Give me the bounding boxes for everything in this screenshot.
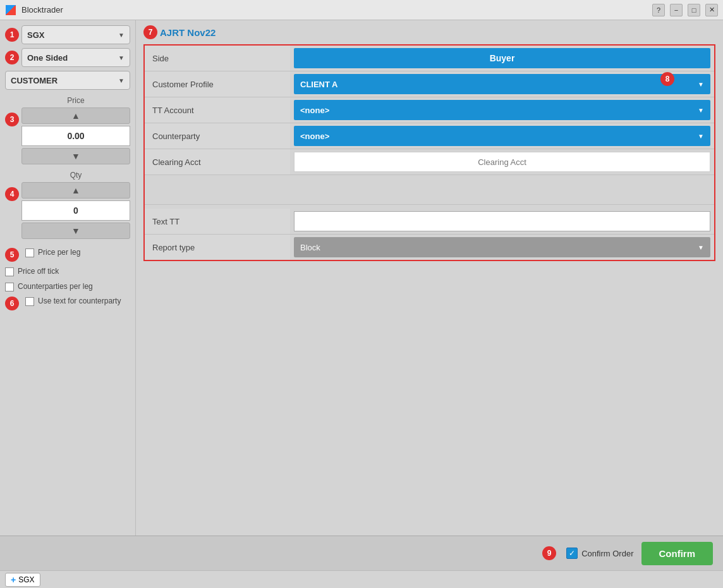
price-off-tick-row: Price off tick [5,267,130,277]
customer-profile-arrow: ▼ [698,81,704,88]
report-type-dropdown[interactable]: Block ▼ [294,237,710,257]
left-sidebar: 1 SGX ▼ 2 One Sided ▼ CUSTOMER ▼ 3 Price… [0,20,136,536]
customer-profile-text: CLIENT A [300,80,337,89]
exchange-arrow: ▼ [118,32,125,39]
clearing-acct-label: Clearing Acct [145,149,290,175]
qty-label: Qty [70,171,82,180]
counterparty-arrow: ▼ [698,133,704,140]
side-value: Buyer [290,46,714,71]
price-label: Price [67,96,84,105]
price-section: Price ▲ ▼ [21,96,130,164]
account-type-arrow: ▼ [118,77,125,84]
customer-profile-value: CLIENT A ▼ 8 [290,71,714,97]
counterparty-row: Counterparty <none> ▼ [145,123,714,149]
price-off-tick-checkbox[interactable] [5,267,14,276]
tt-account-dropdown[interactable]: <none> ▼ [294,100,710,120]
app-logo [5,4,16,16]
annotation-5: 5 [5,248,19,262]
counterparty-text: <none> [300,132,329,141]
confirm-order-label: Confirm Order [581,549,633,558]
text-tt-value [290,209,714,234]
minimize-button[interactable]: − [670,4,683,16]
tt-account-text: <none> [300,106,329,115]
clearing-acct-row: Clearing Acct [145,149,714,175]
side-label: Side [145,46,290,71]
clearing-acct-input[interactable] [294,152,710,172]
annotation-1: 1 [5,28,19,42]
price-per-leg-row: 5 Price per leg [5,248,130,262]
exchange-value: SGX [27,30,44,40]
annotation-2: 2 [5,51,19,64]
tab-label[interactable]: AJRT Nov22 [160,27,216,38]
counterparties-per-leg-row: Counterparties per leg [5,282,130,292]
trading-mode-dropdown[interactable]: One Sided ▼ [21,48,130,67]
annotation-3: 3 [5,113,19,126]
use-text-for-counterparty-label: Use text for counterparty [38,297,121,307]
text-tt-input[interactable] [294,211,710,231]
body-area: 1 SGX ▼ 2 One Sided ▼ CUSTOMER ▼ 3 Price… [0,20,723,536]
price-per-leg-label: Price per leg [38,248,80,258]
side-row: Side Buyer [145,46,714,71]
checkboxes-section: 5 Price per leg Price off tick Counterpa… [5,248,130,310]
price-up-button[interactable]: ▲ [21,107,130,124]
title-bar: Blocktrader ? − □ ✕ [0,0,723,20]
report-type-label: Report type [145,235,290,260]
qty-input[interactable] [21,200,130,221]
account-type-dropdown[interactable]: CUSTOMER ▼ [5,71,130,90]
counterparty-dropdown[interactable]: <none> ▼ [294,126,710,146]
trading-mode-arrow: ▼ [118,54,125,61]
help-button[interactable]: ? [652,4,665,16]
customer-profile-label: Customer Profile [145,71,290,97]
right-content: 7 AJRT Nov22 Side Buyer Customer Profile [136,20,723,536]
customer-profile-dropdown[interactable]: CLIENT A ▼ [294,74,710,94]
form-spacer [145,175,714,200]
exchange-dropdown[interactable]: SGX ▼ [21,25,130,44]
window-controls: ? − □ ✕ [652,4,718,16]
exchange-tab-label: SGX [18,575,34,584]
use-text-for-counterparty-checkbox[interactable] [25,297,34,306]
close-button[interactable]: ✕ [705,4,718,16]
tt-account-arrow: ▼ [698,107,704,114]
price-down-button[interactable]: ▼ [21,148,130,164]
tab-header: 7 AJRT Nov22 [143,25,715,39]
report-type-row: Report type Block ▼ [145,235,714,260]
form-divider [145,204,714,205]
tt-account-value: <none> ▼ [290,97,714,123]
price-input[interactable] [21,126,130,146]
qty-section: Qty ▲ ▼ [21,171,130,239]
annotation-9: 9 [542,546,556,560]
confirm-order-checkbox[interactable]: ✓ [566,548,578,559]
price-per-leg-checkbox[interactable] [25,248,34,257]
buyer-button[interactable]: Buyer [294,48,710,68]
confirm-button[interactable]: Confirm [641,542,714,565]
report-type-arrow: ▼ [698,244,704,251]
qty-down-button[interactable]: ▼ [21,223,130,239]
annotation-4: 4 [5,187,19,201]
counterparties-per-leg-label: Counterparties per leg [18,282,93,292]
trading-mode-row: 2 One Sided ▼ [5,48,130,67]
plus-icon: + [11,575,16,585]
counterparty-value: <none> ▼ [290,123,714,149]
annotation-6: 6 [5,297,19,310]
bottom-bar: 9 ✓ Confirm Order Confirm [0,536,723,570]
report-type-value: Block ▼ [290,235,714,260]
exchange-tab[interactable]: + SGX [5,573,40,587]
trading-mode-value: One Sided [27,53,68,63]
annotation-8: 8 [660,72,674,86]
use-text-for-counterparty-row: 6 Use text for counterparty [5,297,130,310]
counterparties-per-leg-checkbox[interactable] [5,283,14,291]
price-section-row: 3 Price ▲ ▼ [5,94,130,164]
tt-account-row: TT Account <none> ▼ [145,97,714,123]
report-type-text: Block [300,243,320,252]
qty-up-button[interactable]: ▲ [21,182,130,199]
text-tt-label: Text TT [145,209,290,234]
confirm-order-section: ✓ Confirm Order [566,548,633,559]
annotation-7: 7 [143,25,157,39]
customer-profile-row: Customer Profile CLIENT A ▼ 8 [145,71,714,97]
qty-section-row: 4 Qty ▲ ▼ [5,168,130,239]
app-title: Blocktrader [21,5,652,15]
text-tt-row: Text TT [145,209,714,235]
maximize-button[interactable]: □ [688,4,700,16]
counterparty-label: Counterparty [145,123,290,149]
main-form: Side Buyer Customer Profile CLIENT A ▼ 8 [143,44,715,261]
